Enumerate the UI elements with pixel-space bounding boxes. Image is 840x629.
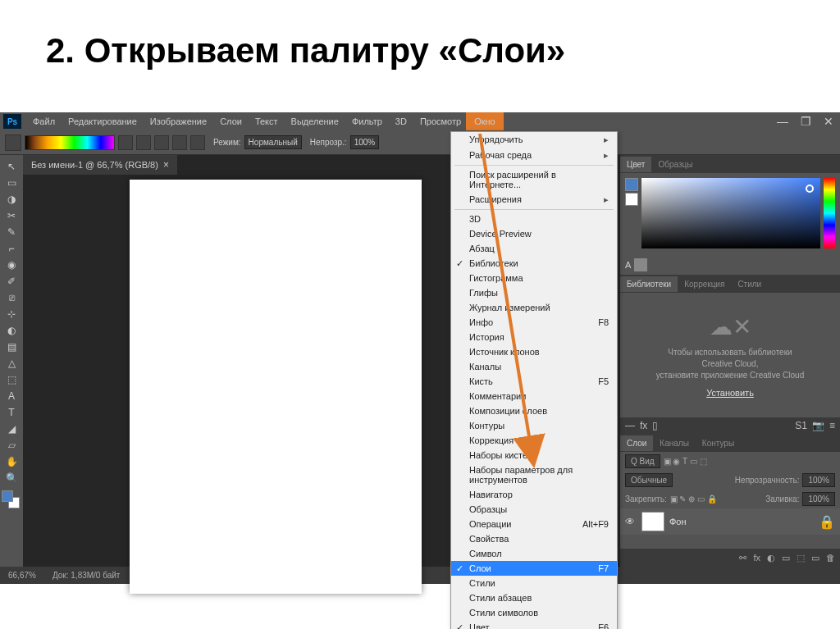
tool-13[interactable]: ⬚ (2, 371, 21, 388)
fill-input[interactable]: 100% (802, 492, 835, 506)
gradient-reflected-icon[interactable] (172, 135, 187, 150)
mode-dropdown[interactable]: Нормальный (244, 135, 302, 149)
menu-изображение[interactable]: Изображение (144, 114, 213, 129)
gradient-diamond-icon[interactable] (190, 135, 205, 150)
menu-3d[interactable]: 3D (389, 114, 413, 129)
menu-item-3d[interactable]: 3D (451, 212, 617, 226)
tool-5[interactable]: ⌐ (2, 240, 21, 257)
menu-item-расширения[interactable]: Расширения▸ (451, 192, 617, 207)
zoom-level[interactable]: 66,67% (8, 571, 36, 580)
opacity-dropdown[interactable]: 100% (350, 135, 380, 149)
color-swatches[interactable] (2, 490, 20, 508)
gradient-preview[interactable] (25, 135, 115, 150)
tab-channels[interactable]: Каналы (653, 435, 696, 451)
menu-item-операции[interactable]: ОперацииAlt+F9 (451, 517, 617, 531)
tool-1[interactable]: ▭ (2, 175, 21, 191)
menu-просмотр[interactable]: Просмотр (413, 114, 468, 129)
menu-item-поиск-расширений-в-интернете...[interactable]: Поиск расширений в Интернете... (451, 167, 617, 192)
menu-item-навигатор[interactable]: Навигатор (451, 487, 617, 502)
menu-item-гистограмма[interactable]: Гистограмма (451, 271, 617, 285)
menu-item-комментарии[interactable]: Комментарии (451, 389, 617, 403)
menu-редактирование[interactable]: Редактирование (62, 114, 144, 129)
tool-6[interactable]: ◉ (2, 257, 21, 273)
tool-11[interactable]: ▤ (2, 339, 21, 355)
tab-adjustments[interactable]: Коррекция (678, 276, 731, 292)
menu-файл[interactable]: Файл (26, 114, 62, 129)
menu-выделение[interactable]: Выделение (285, 114, 345, 129)
tool-preset-icon[interactable] (5, 134, 21, 151)
tool-17[interactable]: ▱ (2, 437, 21, 454)
fx-dash-icon[interactable]: — (625, 420, 635, 431)
menu-item-абзац[interactable]: Абзац (451, 241, 617, 256)
fx-fx-icon[interactable]: fx (640, 420, 647, 431)
tool-18[interactable]: ✋ (2, 454, 21, 470)
tool-4[interactable]: ✎ (2, 224, 21, 240)
tool-7[interactable]: ✐ (2, 273, 21, 289)
menu-item-коррекция[interactable]: Коррекция (451, 433, 617, 448)
close-button[interactable]: ✕ (817, 112, 840, 130)
tool-12[interactable]: △ (2, 355, 21, 371)
layer-thumbnail[interactable] (641, 512, 664, 531)
tool-2[interactable]: ◑ (2, 191, 21, 207)
foreground-color[interactable] (2, 490, 13, 502)
menu-item-цвет[interactable]: Цвет✓F6 (451, 620, 617, 629)
tool-3[interactable]: ✂ (2, 207, 21, 224)
tool-8[interactable]: ⎚ (2, 289, 21, 306)
tool-15[interactable]: T (2, 404, 21, 421)
menu-item-композиции-слоев[interactable]: Композиции слоев (451, 403, 617, 418)
link-icon[interactable]: ⚯ (739, 553, 746, 563)
tool-16[interactable]: ◢ (2, 421, 21, 437)
menu-слои[interactable]: Слои (213, 114, 249, 129)
menu-item-инфо[interactable]: ИнфоF8 (451, 315, 617, 330)
layer-row[interactable]: 👁 Фон 🔒 (620, 508, 840, 535)
menu-item-стили-абзацев[interactable]: Стили абзацев (451, 590, 617, 605)
fx-menu-icon[interactable]: ≡ (829, 420, 835, 431)
layer-kind-dropdown[interactable]: Q Вид (625, 454, 660, 468)
canvas[interactable] (130, 180, 422, 594)
menu-item-каналы[interactable]: Каналы (451, 359, 617, 374)
menu-item-журнал-измерений[interactable]: Журнал измерений (451, 300, 617, 315)
char-color[interactable] (634, 258, 647, 271)
tool-0[interactable]: ↖ (2, 158, 21, 175)
tool-10[interactable]: ◐ (2, 322, 21, 339)
gradient-linear-icon[interactable] (118, 135, 133, 150)
tab-libraries[interactable]: Библиотеки (620, 276, 678, 292)
menu-item-источник-клонов[interactable]: Источник клонов (451, 344, 617, 359)
eye-icon[interactable]: 👁 (625, 516, 637, 527)
menu-item-device-preview[interactable]: Device Preview (451, 226, 617, 241)
install-link[interactable]: Установить (706, 388, 754, 398)
gradient-angle-icon[interactable] (154, 135, 169, 150)
maximize-button[interactable]: ❐ (794, 112, 817, 130)
trash-icon[interactable]: 🗑 (826, 553, 835, 563)
menu-item-контуры[interactable]: Контуры (451, 418, 617, 433)
fx-sq-icon[interactable]: ▯ (652, 420, 658, 431)
menu-item-слои[interactable]: Слои✓F7 (451, 561, 617, 576)
menu-item-стили-символов[interactable]: Стили символов (451, 605, 617, 620)
panel-bg-color[interactable] (625, 193, 638, 206)
tool-19[interactable]: 🔍 (2, 470, 21, 486)
fx-s1-icon[interactable]: S1 (795, 420, 807, 431)
menu-item-рабочая-среда[interactable]: Рабочая среда▸ (451, 148, 617, 163)
menu-item-история[interactable]: История (451, 330, 617, 344)
layer-opacity-input[interactable]: 100% (802, 473, 835, 487)
gradient-radial-icon[interactable] (136, 135, 151, 150)
menu-фильтр[interactable]: Фильтр (345, 114, 389, 129)
minimize-button[interactable]: — (771, 112, 794, 130)
menu-item-упорядочить[interactable]: Упорядочить▸ (451, 132, 617, 148)
menu-item-символ[interactable]: Символ (451, 546, 617, 561)
tool-14[interactable]: A (2, 388, 21, 404)
fx-cam-icon[interactable]: 📷 (812, 420, 824, 431)
blend-mode-dropdown[interactable]: Обычные (625, 473, 673, 487)
fx-icon[interactable]: fx (753, 553, 760, 563)
document-tab[interactable]: Без имени-1 @ 66,7% (RGB/8) × (23, 155, 177, 175)
lock-icons[interactable]: ▣ ✎ ⊕ ▭ 🔒 (670, 495, 717, 504)
menu-текст[interactable]: Текст (249, 114, 285, 129)
adj-icon[interactable]: ▭ (782, 553, 790, 563)
menu-item-наборы-параметров-для-инструментов[interactable]: Наборы параметров для инструментов (451, 463, 617, 487)
tab-paths[interactable]: Контуры (696, 435, 741, 451)
menu-item-кисть[interactable]: КистьF5 (451, 374, 617, 389)
tab-styles[interactable]: Стили (731, 276, 768, 292)
mask-icon[interactable]: ◐ (767, 553, 775, 563)
close-tab-icon[interactable]: × (163, 159, 169, 171)
tab-color[interactable]: Цвет (620, 157, 651, 172)
